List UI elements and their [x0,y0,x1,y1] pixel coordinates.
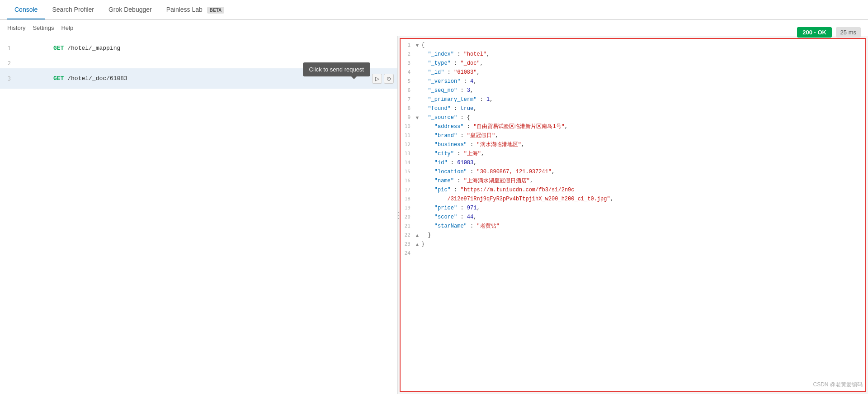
response-lines: 1 ▼ { 2 "_index" : "hotel", 3 "_type" : … [401,39,865,260]
response-line-number: 12 [401,140,414,149]
response-line-number: 19 [401,204,414,213]
watermark: CSDN @老黄爱编码 [813,381,863,389]
response-line-number: 4 [401,68,414,77]
response-line: 12 "business" : "滴水湖临港地区", [401,140,865,149]
response-line: 11 "brand" : "皇冠假日", [401,131,865,140]
response-toggle[interactable]: ▲ [414,231,420,240]
response-content: "business" : "滴水湖临港地区", [420,140,865,149]
response-toggle[interactable]: ▲ [414,240,420,249]
response-line-number: 21 [401,222,414,231]
response-line-number: 14 [401,158,414,167]
editor-panel: Click to send request 1 GET /hotel/_mapp… [0,36,398,394]
response-line: 3 "_type" : "_doc", [401,59,865,68]
run-button[interactable]: ▷ [372,74,382,84]
line-content[interactable]: GET /hotel/_doc/61083 [14,68,372,89]
line-actions: ▷ ⊙ [372,74,397,84]
response-line-number: 18 [401,195,414,204]
response-line: 20 "score" : 44, [401,213,865,222]
response-line: 14 "id" : 61083, [401,158,865,167]
line-content[interactable]: GET /hotel/_mapping [14,38,397,58]
response-line-number: 3 [401,59,414,68]
response-line: 17 "pic" : "https://m.tuniucdn.com/fb3/s… [401,185,865,195]
response-content: "pic" : "https://m.tuniucdn.com/fb3/s1/2… [420,185,865,195]
response-line: 22 ▲ } [401,231,865,240]
url-text: /hotel/_doc/61083 [64,75,127,82]
response-content: "_version" : 4, [420,77,865,86]
response-line: 6 "_seq_no" : 3, [401,86,865,95]
response-line-number: 11 [401,131,414,140]
response-content: "address" : "自由贸易试验区临港新片区南岛1号", [420,122,865,131]
response-line: 10 "address" : "自由贸易试验区临港新片区南岛1号", [401,122,865,131]
editor-line: 2 [0,58,397,68]
response-toggle[interactable]: ▼ [414,113,420,122]
response-line: 19 "price" : 971, [401,204,865,213]
response-line: 1 ▼ { [401,41,865,50]
line-number: 2 [0,60,14,66]
response-line: 18 /312e971Rnj9qFyR3pPv4bTtpj1hX_w200_h2… [401,195,865,204]
response-line: 2 "_index" : "hotel", [401,50,865,59]
response-line-number: 5 [401,77,414,86]
keyword-get: GET [53,75,64,82]
response-content: "_primary_term" : 1, [420,95,865,104]
response-panel: 1 ▼ { 2 "_index" : "hotel", 3 "_type" : … [400,38,866,392]
response-content: "name" : "上海滴水湖皇冠假日酒店", [420,176,865,185]
response-content: "starName" : "老黄钻" [420,222,865,231]
response-content: /312e971Rnj9qFyR3pPv4bTtpj1hX_w200_h200_… [420,195,865,204]
response-line: 8 "found" : true, [401,104,865,113]
keyword-get: GET [53,45,64,52]
response-line: 21 "starName" : "老黄钻" [401,222,865,231]
line-number: 1 [0,45,14,52]
response-line: 13 "city" : "上海", [401,149,865,158]
editor-line-active: 3 GET /hotel/_doc/61083 ▷ ⊙ [0,68,397,89]
response-line: 23 ▲ } [401,240,865,249]
response-content: "id" : 61083, [420,158,865,167]
response-content: } [420,240,865,249]
settings-button[interactable]: Settings [33,24,54,31]
line-content[interactable] [14,60,397,67]
response-line: 24 [401,249,865,258]
response-line-number: 7 [401,95,414,104]
response-line-number: 17 [401,185,414,195]
response-line: 4 "_id" : "61083", [401,68,865,77]
response-line: 5 "_version" : 4, [401,77,865,86]
tab-painless-lab[interactable]: Painless Lab BETA [159,0,232,19]
tab-grok-debugger[interactable]: Grok Debugger [101,0,159,19]
help-button[interactable]: Help [61,24,73,31]
response-content: "_seq_no" : 3, [420,86,865,95]
response-content: { [420,41,865,50]
response-line-number: 13 [401,149,414,158]
response-content: "_id" : "61083", [420,68,865,77]
response-toggle[interactable]: ▼ [414,41,420,50]
response-line-number: 23 [401,240,414,249]
response-line-number: 15 [401,167,414,176]
response-line-number: 6 [401,86,414,95]
response-line: 7 "_primary_term" : 1, [401,95,865,104]
copy-button[interactable]: ⊙ [384,74,394,84]
panel-divider[interactable]: ⋮ [396,36,401,394]
url-text: /hotel/_mapping [64,45,120,52]
tab-search-profiler[interactable]: Search Profiler [45,0,101,19]
response-line-number: 24 [401,249,414,258]
response-content: } [420,231,865,240]
response-line-number: 1 [401,41,414,50]
response-line-number: 8 [401,104,414,113]
response-line-number: 2 [401,50,414,59]
editor-line: 1 GET /hotel/_mapping [0,38,397,58]
line-number: 3 [0,76,14,82]
toolbar: History Settings Help 200 - OK 25 ms [0,20,868,36]
editor-lines: 1 GET /hotel/_mapping 2 3 GET /hotel/_do… [0,36,397,394]
main-content: Click to send request 1 GET /hotel/_mapp… [0,36,868,394]
response-line: 16 "name" : "上海滴水湖皇冠假日酒店", [401,176,865,185]
response-content: "found" : true, [420,104,865,113]
response-line-number: 10 [401,122,414,131]
history-button[interactable]: History [7,24,25,31]
response-line: 15 "location" : "30.890867, 121.937241", [401,167,865,176]
response-line-number: 16 [401,176,414,185]
response-content: "city" : "上海", [420,149,865,158]
response-content: "_type" : "_doc", [420,59,865,68]
response-content: "_source" : { [420,113,865,122]
response-line-number: 20 [401,213,414,222]
response-line-number: 22 [401,231,414,240]
response-line: 9 ▼ "_source" : { [401,113,865,122]
tab-console[interactable]: Console [7,0,45,19]
